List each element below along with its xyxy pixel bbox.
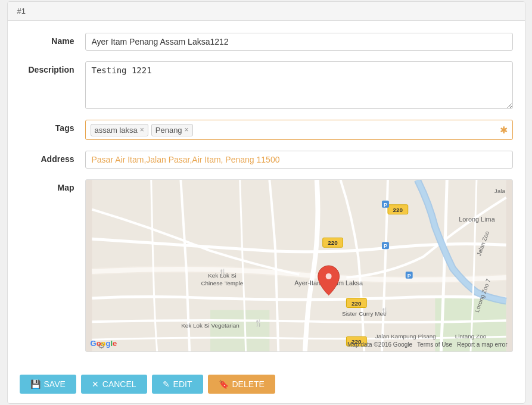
svg-text:Jalan Kampung Pisang: Jalan Kampung Pisang — [375, 333, 435, 339]
svg-text:220: 220 — [328, 239, 338, 246]
address-label: Address — [20, 151, 85, 164]
svg-text:P: P — [407, 273, 410, 279]
cancel-button[interactable]: ✕ CANCEL — [81, 375, 147, 394]
terms-link[interactable]: Terms of Use — [417, 341, 452, 348]
edit-icon: ✎ — [163, 379, 170, 389]
map-svg: 220 220 220 220 P — [86, 180, 512, 351]
card-header: #1 — [8, 2, 525, 21]
tag-remove-assam-laksa[interactable]: × — [140, 126, 144, 134]
address-input[interactable] — [85, 151, 513, 169]
svg-text:Lintang Zoo: Lintang Zoo — [455, 333, 486, 339]
map-attribution: Map data ©2016 Google Terms of Use Repor… — [347, 341, 508, 348]
map-row: Map — [20, 179, 513, 352]
card-footer: 💾 SAVE ✕ CANCEL ✎ EDIT 🔖 DELETE — [8, 369, 525, 403]
description-row: Description Testing 1221 — [20, 61, 513, 109]
svg-text:🍴: 🍴 — [381, 307, 389, 315]
record-id: #1 — [17, 7, 26, 15]
svg-text:Jala: Jala — [494, 188, 505, 194]
svg-text:Sister Curry Mee: Sister Curry Mee — [342, 310, 387, 317]
tag-remove-penang[interactable]: × — [185, 126, 189, 134]
save-label: SAVE — [44, 379, 66, 389]
edit-button[interactable]: ✎ EDIT — [152, 375, 203, 394]
svg-text:220: 220 — [351, 300, 362, 307]
description-textarea[interactable]: Testing 1221 — [85, 61, 513, 109]
svg-text:Chinese Temple: Chinese Temple — [201, 280, 243, 286]
edit-label: EDIT — [173, 379, 192, 389]
tag-label: Penang — [155, 126, 182, 135]
google-e: e — [113, 339, 117, 348]
cancel-label: CANCEL — [102, 379, 136, 389]
save-button[interactable]: 💾 SAVE — [20, 375, 76, 394]
tag-assam-laksa: assam laksa × — [91, 124, 148, 136]
google-g: G — [91, 339, 97, 348]
card-body: Name Description Testing 1221 Tags assam… — [8, 21, 525, 369]
name-label: Name — [20, 33, 85, 46]
tag-label: assam laksa — [95, 126, 138, 135]
svg-text:🍴: 🍴 — [218, 268, 226, 276]
svg-point-32 — [325, 273, 331, 279]
svg-text:🍴: 🍴 — [254, 319, 263, 327]
tags-asterisk-icon: ✱ — [500, 124, 508, 136]
map-data-text: Map data ©2016 Google — [347, 341, 412, 348]
delete-label: DELETE — [232, 379, 265, 389]
tags-row: Tags assam laksa × Penang × ✱ — [20, 120, 513, 140]
name-row: Name — [20, 33, 513, 51]
tags-container[interactable]: assam laksa × Penang × ✱ — [85, 120, 513, 140]
tags-label: Tags — [20, 120, 85, 133]
svg-rect-3 — [210, 310, 269, 351]
address-row: Address — [20, 151, 513, 169]
main-card: #1 Name Description Testing 1221 Tags as… — [7, 1, 525, 404]
description-label: Description — [20, 61, 85, 74]
svg-text:P: P — [384, 202, 387, 208]
google-o1: o — [97, 339, 101, 348]
svg-text:220: 220 — [393, 207, 403, 213]
svg-text:P: P — [384, 243, 387, 249]
map-label: Map — [20, 179, 85, 192]
report-link[interactable]: Report a map error — [457, 341, 507, 348]
delete-icon: 🔖 — [219, 379, 229, 389]
delete-button[interactable]: 🔖 DELETE — [208, 375, 275, 394]
svg-text:Lorong Lima: Lorong Lima — [459, 216, 496, 223]
tag-penang: Penang × — [151, 124, 193, 136]
svg-text:Kek Lok Si Vegetarian: Kek Lok Si Vegetarian — [181, 322, 239, 329]
cancel-icon: ✕ — [92, 379, 99, 389]
name-input[interactable] — [85, 33, 513, 51]
google-o2: o — [101, 339, 106, 348]
save-icon: 💾 — [30, 379, 41, 389]
google-logo: Google — [91, 339, 117, 348]
map-container[interactable]: 220 220 220 220 P — [85, 179, 513, 352]
